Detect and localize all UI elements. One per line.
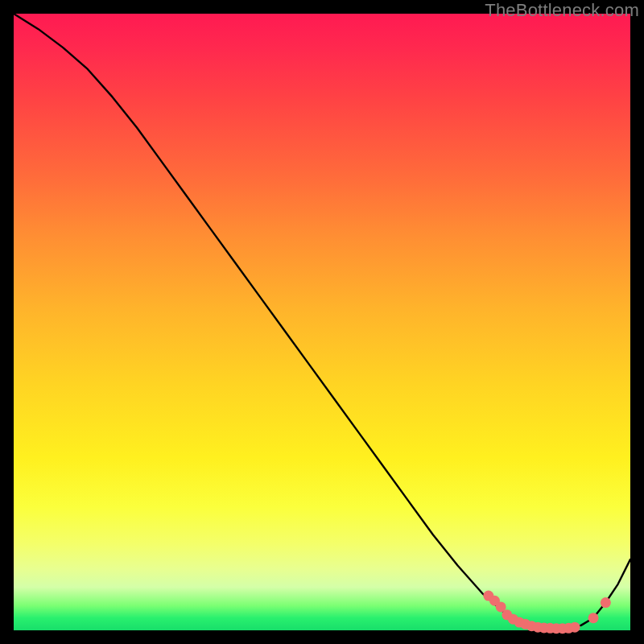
optimal-marker — [570, 622, 580, 633]
chart-stage: TheBottleneck.com — [0, 0, 644, 644]
attribution-text: TheBottleneck.com — [485, 0, 639, 21]
plot-svg — [14, 14, 630, 630]
optimal-marker — [601, 597, 611, 608]
optimal-marker — [588, 613, 599, 623]
bottleneck-curve-line — [14, 14, 630, 629]
plot-area — [14, 14, 630, 630]
